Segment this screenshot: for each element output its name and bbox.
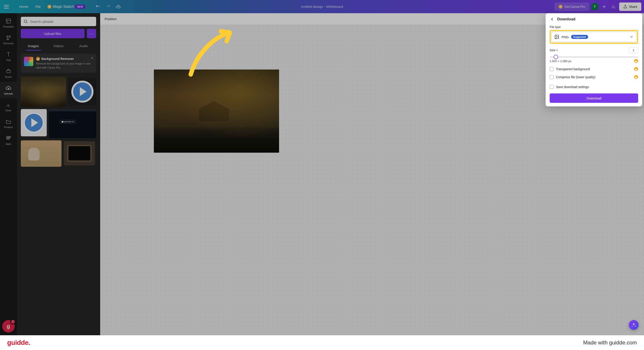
hamburger-icon[interactable] xyxy=(3,3,10,10)
compress-checkbox[interactable] xyxy=(550,75,554,79)
upload-thumb[interactable] xyxy=(68,78,96,105)
guidde-logo: guidde. xyxy=(7,339,30,347)
upload-thumb[interactable] xyxy=(64,141,95,165)
uploads-panel: Upload files ··· Images Videos Audio ✕ B… xyxy=(17,13,100,335)
suggested-badge: Suggested xyxy=(571,35,588,39)
rail-uploads-label: Uploads xyxy=(4,92,13,95)
made-with-text: Made with guidde.com xyxy=(583,340,637,346)
tab-images[interactable]: Images xyxy=(21,42,46,50)
save-settings-label: Save download settings xyxy=(556,85,589,89)
upload-thumb[interactable] xyxy=(49,109,96,138)
rail-apps[interactable]: Apps xyxy=(0,132,17,149)
bg-remove-title: Background Remover xyxy=(41,57,74,60)
crown-icon xyxy=(634,59,638,63)
svg-point-9 xyxy=(24,20,27,22)
menu-home[interactable]: Home xyxy=(16,3,32,10)
svg-rect-4 xyxy=(6,136,8,137)
search-field[interactable] xyxy=(30,20,94,23)
rail-brand[interactable]: Brand xyxy=(0,65,17,82)
notification-badge: 7 xyxy=(10,319,16,325)
document-title[interactable]: Untitled design - Whiteboard xyxy=(301,5,343,8)
crown-icon xyxy=(558,5,562,9)
dimensions-text: 1,920 × 1,080 px xyxy=(550,59,571,63)
rail-templates[interactable]: Templates xyxy=(0,14,17,31)
menu-magic-switch[interactable]: Magic Switch NEW xyxy=(44,3,88,10)
menu-file[interactable]: File xyxy=(32,3,44,10)
svg-point-1 xyxy=(6,36,8,37)
image-icon xyxy=(554,34,559,39)
upload-thumb[interactable] xyxy=(21,140,62,167)
rail-draw[interactable]: Draw xyxy=(0,98,17,115)
position-button[interactable]: Position xyxy=(105,17,116,21)
tab-videos[interactable]: Videos xyxy=(46,42,71,50)
svg-point-11 xyxy=(556,36,556,36)
get-pro-button[interactable]: Get Canva Pro xyxy=(554,2,589,11)
svg-rect-3 xyxy=(6,70,10,73)
filetype-label: File type xyxy=(550,25,638,29)
rail-draw-label: Draw xyxy=(6,109,12,112)
share-button[interactable]: Share xyxy=(619,2,641,11)
background-remover-promo[interactable]: ✕ Background Remover Remove the backgrou… xyxy=(21,54,96,73)
rail-brand-label: Brand xyxy=(5,75,12,78)
share-label: Share xyxy=(629,5,637,8)
upload-thumbnails xyxy=(21,76,96,167)
insights-icon[interactable] xyxy=(610,3,618,10)
filetype-select[interactable]: PNG Suggested xyxy=(552,32,636,42)
svg-rect-2 xyxy=(9,36,10,37)
redo-icon[interactable] xyxy=(103,1,113,12)
rail-profile-avatar[interactable]: g7 xyxy=(2,320,15,333)
svg-rect-5 xyxy=(8,136,9,137)
upload-more-button[interactable]: ··· xyxy=(87,29,96,38)
guidde-footer: guidde. Made with guidde.com xyxy=(0,335,644,350)
upload-files-button[interactable]: Upload files xyxy=(21,29,84,38)
side-rail: Templates Elements Text Brand Uploads Dr… xyxy=(0,13,17,335)
transparent-label: Transparent background xyxy=(556,67,590,71)
get-pro-label: Get Canva Pro xyxy=(564,5,585,8)
rail-projects[interactable]: Projects xyxy=(0,115,17,132)
upload-thumb[interactable] xyxy=(21,76,66,107)
crown-icon xyxy=(36,57,40,61)
top-bar: Home File Magic Switch NEW Untitled desi… xyxy=(0,0,644,13)
uploads-tabs: Images Videos Audio xyxy=(21,42,96,50)
color-wheel-icon xyxy=(24,57,33,66)
highlight-annotation: PNG Suggested xyxy=(550,30,638,44)
size-slider[interactable] xyxy=(550,56,638,58)
rail-text[interactable]: Text xyxy=(0,48,17,65)
compress-label: Compress file (lower quality) xyxy=(556,75,596,79)
bg-remove-desc: Remove the background of your image in o… xyxy=(36,62,92,70)
download-title: Download xyxy=(557,17,575,21)
ai-assist-button[interactable] xyxy=(629,320,639,330)
size-multiplier-input[interactable]: 1 xyxy=(629,47,638,53)
svg-rect-7 xyxy=(6,138,8,139)
tab-audio[interactable]: Audio xyxy=(71,42,96,50)
search-uploads-input[interactable] xyxy=(21,17,96,26)
rail-uploads[interactable]: Uploads xyxy=(0,82,17,98)
rail-elements-label: Elements xyxy=(3,42,14,45)
svg-rect-0 xyxy=(6,19,11,23)
canvas-image[interactable] xyxy=(154,69,279,153)
back-icon[interactable] xyxy=(550,17,554,22)
save-settings-checkbox[interactable] xyxy=(550,85,554,89)
rail-elements[interactable]: Elements xyxy=(0,31,17,48)
user-avatar[interactable]: T xyxy=(591,3,598,10)
download-button[interactable]: Download xyxy=(550,93,638,103)
cloud-sync-icon[interactable] xyxy=(113,1,124,12)
crown-icon xyxy=(634,67,638,71)
rail-templates-label: Templates xyxy=(3,25,14,28)
rail-text-label: Text xyxy=(6,59,10,61)
size-label: Size × xyxy=(550,48,558,52)
transparent-checkbox[interactable] xyxy=(550,67,554,71)
close-icon[interactable]: ✕ xyxy=(90,56,94,60)
new-badge: NEW xyxy=(75,5,85,9)
undo-icon[interactable] xyxy=(92,1,103,12)
add-user-icon[interactable] xyxy=(600,3,608,10)
search-icon xyxy=(24,19,28,24)
crown-icon xyxy=(634,75,638,79)
rail-projects-label: Projects xyxy=(4,126,13,128)
download-panel: Download File type PNG Suggested Size × … xyxy=(546,13,642,106)
play-icon xyxy=(24,112,44,133)
crown-icon xyxy=(48,5,52,9)
rail-apps-label: Apps xyxy=(6,143,11,145)
upload-thumb[interactable] xyxy=(21,109,47,136)
play-icon xyxy=(71,81,94,103)
